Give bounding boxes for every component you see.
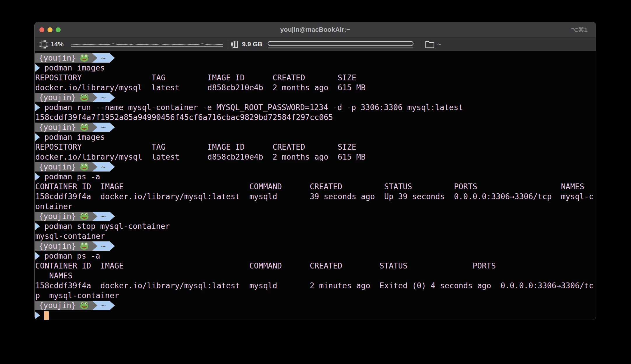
- command-text: podman images: [44, 132, 105, 142]
- prompt-user-segment: {youjin}: [35, 123, 92, 132]
- window-title: youjin@macBookAir:~: [35, 26, 596, 33]
- terminal-output-line: ontainer: [35, 202, 596, 211]
- terminal-command-line: podman ps -a: [35, 172, 596, 182]
- memory-usage-label: 9.9 GB: [242, 40, 262, 48]
- powerline-arrow-icon: [92, 212, 97, 221]
- command-text: podman run --name mysql-container -e MYS…: [44, 103, 463, 112]
- prompt-user-segment: {youjin}: [35, 93, 92, 102]
- output-text: 158cddf39f4a docker.io/library/mysql:lat…: [35, 281, 594, 291]
- terminal-output-line: 158cddf39f4a docker.io/library/mysql:lat…: [35, 192, 596, 202]
- prompt-directory: ~: [101, 93, 106, 103]
- statusbar-divider: [420, 40, 420, 48]
- output-text: REPOSITORY TAG IMAGE ID CREATED SIZE: [35, 73, 356, 83]
- frog-face-emoji-icon: [80, 301, 89, 310]
- zoom-button[interactable]: [56, 27, 61, 32]
- terminal-output-line: NAMES: [35, 271, 596, 281]
- prompt-dir-segment: ~: [97, 53, 110, 63]
- frog-face-emoji-icon: [80, 123, 89, 131]
- cpu-usage-label: 14%: [51, 40, 64, 48]
- output-text: docker.io/library/mysql latest d858cb210…: [35, 83, 366, 93]
- cpu-chip-icon: [39, 40, 48, 49]
- cpu-graph: [71, 40, 223, 49]
- powerline-arrow-icon: [110, 301, 115, 310]
- prompt-badge: {youjin} ~: [35, 301, 596, 310]
- powerline-arrow-icon: [92, 301, 97, 310]
- powerline-arrow-icon: [110, 162, 115, 172]
- prompt-dir-segment: ~: [97, 123, 110, 132]
- output-text: CONTAINER ID IMAGE COMMAND CREATED STATU…: [35, 261, 496, 271]
- prompt-directory: ~: [101, 211, 106, 221]
- output-text: NAMES: [35, 271, 73, 281]
- prompt-badge: {youjin} ~: [35, 162, 596, 172]
- terminal-cursor[interactable]: [44, 311, 49, 320]
- terminal-command-line: podman ps -a: [35, 251, 596, 261]
- prompt-badge: {youjin} ~: [35, 93, 596, 103]
- terminal-output-line: REPOSITORY TAG IMAGE ID CREATED SIZE: [35, 73, 596, 83]
- prompt-badge: {youjin} ~: [35, 122, 596, 132]
- prompt-dir-segment: ~: [97, 162, 110, 172]
- prompt-username: {youjin}: [39, 241, 76, 251]
- prompt-username: {youjin}: [39, 301, 76, 310]
- folder-icon: [425, 40, 435, 49]
- prompt-directory: ~: [101, 241, 106, 251]
- terminal-output-line: CONTAINER ID IMAGE COMMAND CREATED STATU…: [35, 261, 596, 271]
- prompt-dir-segment: ~: [97, 241, 110, 251]
- current-directory-label: ~: [437, 40, 441, 48]
- output-text: mysql-container: [35, 231, 105, 241]
- powerline-arrow-icon: [92, 162, 97, 172]
- window-titlebar[interactable]: youjin@macBookAir:~ ⌥⌘1: [35, 22, 596, 38]
- prompt-user-segment: {youjin}: [35, 212, 92, 221]
- output-text: 158cddf39f4a docker.io/library/mysql:lat…: [35, 192, 594, 202]
- prompt-chevron-icon: [35, 312, 40, 319]
- statusbar: 14% 9.9 GB ~: [35, 38, 596, 51]
- prompt-directory: ~: [101, 122, 106, 132]
- frog-face-emoji-icon: [80, 212, 89, 220]
- prompt-chevron-icon: [35, 104, 40, 111]
- powerline-arrow-icon: [92, 93, 97, 102]
- prompt-user-segment: {youjin}: [35, 241, 92, 251]
- prompt-directory: ~: [101, 53, 106, 63]
- statusbar-divider: [227, 40, 227, 48]
- traffic-lights: [39, 27, 61, 32]
- prompt-username: {youjin}: [39, 162, 76, 172]
- desktop-background: youjin@macBookAir:~ ⌥⌘1 14% 9.9 GB: [0, 0, 631, 364]
- prompt-chevron-icon: [35, 133, 40, 141]
- terminal-output-line: 158cddf39f4a7f1952a85a94990456f45cf6a716…: [35, 112, 596, 122]
- command-text: podman stop mysql-container: [44, 221, 170, 231]
- powerline-arrow-icon: [92, 123, 97, 132]
- powerline-arrow-icon: [110, 241, 115, 251]
- prompt-directory: ~: [101, 301, 106, 310]
- prompt-badge: {youjin} ~: [35, 211, 596, 221]
- terminal-output-line: 158cddf39f4a docker.io/library/mysql:lat…: [35, 281, 596, 291]
- output-text: 158cddf39f4a7f1952a85a94990456f45cf6a716…: [35, 112, 333, 122]
- terminal-output-line: docker.io/library/mysql latest d858cb210…: [35, 152, 596, 162]
- prompt-user-segment: {youjin}: [35, 162, 92, 172]
- terminal-command-line: podman stop mysql-container: [35, 221, 596, 231]
- terminal-output-line: docker.io/library/mysql latest d858cb210…: [35, 83, 596, 93]
- prompt-chevron-icon: [35, 64, 40, 72]
- prompt-user-segment: {youjin}: [35, 301, 92, 310]
- close-button[interactable]: [39, 27, 44, 32]
- prompt-username: {youjin}: [39, 53, 76, 63]
- prompt-badge: {youjin} ~: [35, 53, 596, 63]
- prompt-dir-segment: ~: [97, 212, 110, 221]
- output-text: p mysql-container: [35, 291, 119, 301]
- tab-shortcut-badge: ⌥⌘1: [571, 26, 588, 33]
- prompt-chevron-icon: [35, 252, 40, 260]
- terminal-window: youjin@macBookAir:~ ⌥⌘1 14% 9.9 GB: [34, 22, 596, 320]
- prompt-user-segment: {youjin}: [35, 53, 92, 63]
- powerline-arrow-icon: [110, 93, 115, 102]
- minimize-button[interactable]: [48, 27, 52, 32]
- powerline-arrow-icon: [110, 53, 115, 63]
- prompt-username: {youjin}: [39, 211, 76, 221]
- frog-face-emoji-icon: [80, 163, 89, 171]
- terminal-command-line: podman run --name mysql-container -e MYS…: [35, 103, 596, 112]
- prompt-badge: {youjin} ~: [35, 241, 596, 251]
- frog-face-emoji-icon: [80, 242, 89, 250]
- output-text: ontainer: [35, 202, 73, 211]
- terminal-content[interactable]: {youjin} ~ podman images REPOSITORY TAG …: [35, 51, 596, 320]
- powerline-arrow-icon: [110, 212, 115, 221]
- powerline-arrow-icon: [110, 123, 115, 132]
- prompt-chevron-icon: [35, 222, 40, 230]
- powerline-arrow-icon: [92, 53, 97, 63]
